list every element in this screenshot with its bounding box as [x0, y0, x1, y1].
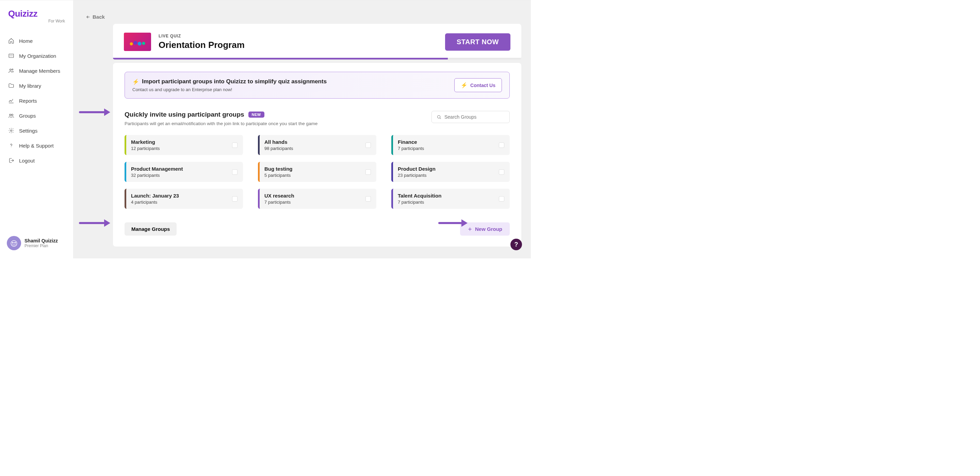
group-checkbox[interactable] — [232, 143, 237, 148]
group-checkbox[interactable] — [366, 196, 371, 202]
svg-point-5 — [11, 130, 12, 132]
group-count: 7 participants — [264, 200, 294, 205]
arrow-left-icon — [86, 14, 91, 19]
user-plan: Premier Plan — [24, 243, 58, 248]
bolt-icon: ⚡ — [132, 79, 139, 85]
svg-point-1 — [10, 69, 11, 71]
start-now-button[interactable]: START NOW — [445, 33, 511, 51]
group-name: Talent Acquisition — [398, 193, 441, 198]
group-card[interactable]: Product Management 32 participants — [124, 162, 243, 182]
svg-point-8 — [14, 243, 16, 243]
organization-icon — [8, 53, 14, 59]
nav-reports[interactable]: Reports — [0, 94, 73, 108]
group-checkbox[interactable] — [366, 169, 371, 175]
group-name: Product Design — [398, 166, 436, 172]
nav-label: Reports — [19, 98, 37, 104]
logout-icon — [8, 157, 14, 163]
logo-text: Quizizz — [8, 9, 65, 18]
nav-label: My Organization — [19, 53, 56, 59]
logo-subtext: For Work — [8, 19, 65, 24]
sidebar: Quizizz For Work Home My Organization Ma… — [0, 0, 73, 259]
nav-label: Settings — [19, 128, 37, 133]
nav-help-support[interactable]: Help & Support — [0, 138, 73, 153]
manage-groups-button[interactable]: Manage Groups — [124, 222, 177, 236]
reports-icon — [8, 98, 14, 104]
groups-grid: Marketing 12 participants All hands 98 p… — [124, 135, 510, 209]
group-name: Bug testing — [264, 166, 293, 172]
nav-groups[interactable]: Groups — [0, 108, 73, 123]
group-card[interactable]: Bug testing 5 participants — [258, 162, 376, 182]
group-checkbox[interactable] — [499, 169, 504, 175]
footer-actions: Manage Groups New Group — [124, 222, 510, 236]
group-count: 7 participants — [398, 200, 441, 205]
group-name: Finance — [398, 139, 424, 145]
progress-fill — [113, 58, 448, 59]
contact-us-label: Contact Us — [470, 83, 495, 88]
group-card[interactable]: Finance 7 participants — [391, 135, 510, 155]
logo: Quizizz For Work — [0, 6, 73, 30]
banner-title: Import participant groups into Quizizz t… — [142, 78, 327, 85]
members-icon — [8, 68, 14, 74]
group-card[interactable]: Launch: January 23 4 participants — [124, 189, 243, 209]
nav-label: Groups — [19, 113, 36, 119]
group-count: 32 participants — [131, 173, 183, 178]
nav: Home My Organization Manage Members My l… — [0, 34, 73, 168]
group-checkbox[interactable] — [232, 169, 237, 175]
group-checkbox[interactable] — [366, 143, 371, 148]
group-name: UX research — [264, 193, 294, 198]
group-name: Launch: January 23 — [131, 193, 179, 198]
section-subtitle: Participants will get an email/notificat… — [124, 121, 318, 126]
help-icon — [8, 143, 14, 149]
nav-my-library[interactable]: My library — [0, 79, 73, 93]
new-badge: NEW — [248, 111, 264, 117]
user-name: Shamil Quizizz — [24, 238, 58, 243]
bolt-icon: ⚡ — [461, 82, 468, 89]
progress-bar — [113, 58, 521, 59]
group-card[interactable]: Marketing 12 participants — [124, 135, 243, 155]
quiz-header-card: LIVE QUIZ Orientation Program START NOW — [113, 24, 521, 59]
body-card: ⚡ Import participant groups into Quizizz… — [113, 63, 521, 246]
avatar — [7, 236, 21, 250]
nav-label: Logout — [19, 158, 35, 163]
section-head: Quickly invite using participant groups … — [124, 111, 510, 126]
nav-settings[interactable]: Settings — [0, 124, 73, 138]
library-icon — [8, 83, 14, 89]
group-checkbox[interactable] — [232, 196, 237, 202]
group-card[interactable]: UX research 7 participants — [258, 189, 376, 209]
quiz-title: Orientation Program — [159, 40, 245, 50]
nav-logout[interactable]: Logout — [0, 153, 73, 168]
svg-point-2 — [12, 69, 13, 70]
plus-icon — [468, 227, 472, 232]
groups-icon — [8, 113, 14, 119]
group-count: 5 participants — [264, 173, 293, 178]
group-card[interactable]: Talent Acquisition 7 participants — [391, 189, 510, 209]
back-label: Back — [92, 14, 105, 20]
nav-manage-members[interactable]: Manage Members — [0, 63, 73, 78]
group-name: Product Management — [131, 166, 183, 172]
gear-icon — [8, 127, 14, 133]
group-name: All hands — [264, 139, 293, 145]
search-groups[interactable] — [431, 111, 510, 123]
nav-label: My library — [19, 83, 41, 89]
contact-us-button[interactable]: ⚡ Contact Us — [454, 78, 502, 92]
nav-home[interactable]: Home — [0, 34, 73, 48]
svg-point-3 — [10, 114, 11, 116]
group-card[interactable]: All hands 98 participants — [258, 135, 376, 155]
group-checkbox[interactable] — [499, 143, 504, 148]
group-count: 23 participants — [398, 173, 436, 178]
help-bubble[interactable]: ? — [511, 239, 522, 250]
group-card[interactable]: Product Design 23 participants — [391, 162, 510, 182]
nav-label: Help & Support — [19, 143, 54, 149]
group-name: Marketing — [131, 139, 160, 145]
quiz-thumbnail — [124, 33, 151, 51]
home-icon — [8, 38, 14, 44]
nav-my-organization[interactable]: My Organization — [0, 49, 73, 63]
quiz-type-label: LIVE QUIZ — [159, 34, 245, 38]
svg-point-9 — [438, 115, 440, 118]
back-link[interactable]: Back — [86, 14, 105, 20]
user-card[interactable]: Shamil Quizizz Premier Plan — [0, 236, 73, 254]
svg-point-6 — [11, 240, 17, 246]
group-checkbox[interactable] — [499, 196, 504, 202]
search-input[interactable] — [444, 114, 504, 120]
group-count: 98 participants — [264, 146, 293, 151]
